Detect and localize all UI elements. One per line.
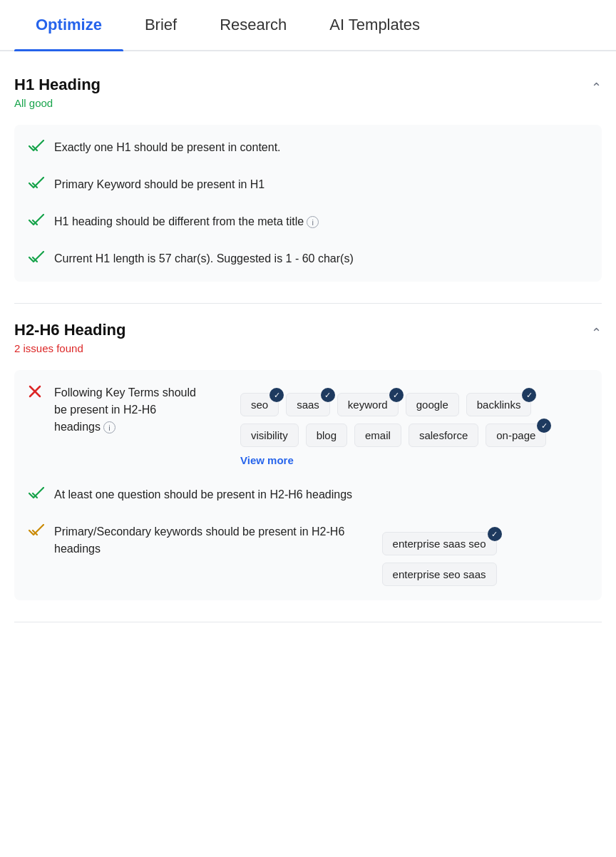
check-item-row-h1-keyword: Primary Keyword should be present in H1: [29, 176, 265, 193]
check-item-h2-key-terms: Following Key Terms should be present in…: [14, 374, 602, 476]
tag-enterprise-saas-seo[interactable]: enterprise saas seo✓: [382, 532, 497, 555]
section-status-h2h6-heading: 2 issues found: [14, 342, 125, 354]
tag-visibility[interactable]: visibility: [240, 424, 299, 447]
check-pass-icon: [29, 487, 44, 503]
tag-keyword[interactable]: keyword✓: [337, 393, 399, 416]
check-item-h1-one: Exactly one H1 should be present in cont…: [14, 129, 602, 166]
chevron-up-icon: ⌃: [591, 80, 602, 96]
tag-blog[interactable]: blog: [306, 424, 347, 447]
section-title-h2h6-heading: H2-H6 Heading: [14, 321, 125, 339]
section-title-block-h2h6-heading: H2-H6 Heading2 issues found: [14, 321, 125, 354]
section-title-block-h1-heading: H1 HeadingAll good: [14, 76, 101, 109]
tag-check-badge: ✓: [270, 388, 284, 402]
section-header-h1-heading[interactable]: H1 HeadingAll good⌃: [14, 73, 602, 112]
check-list-h1-heading: Exactly one H1 should be present in cont…: [14, 125, 602, 282]
check-pass-icon: [29, 251, 44, 267]
section-title-h1-heading: H1 Heading: [14, 76, 101, 94]
tab-research[interactable]: Research: [198, 0, 308, 50]
check-text-h1-meta: H1 heading should be different from the …: [54, 213, 319, 230]
section-header-h2h6-heading[interactable]: H2-H6 Heading2 issues found⌃: [14, 318, 602, 357]
chevron-up-icon: ⌃: [591, 325, 602, 341]
check-text-h1-length: Current H1 length is 57 char(s). Suggest…: [54, 250, 354, 267]
check-item-h2-question: At least one question should be present …: [14, 476, 602, 513]
check-item-row-h2-key-terms: Following Key Terms should be present in…: [29, 384, 205, 436]
check-pass-icon: [29, 177, 44, 193]
check-text-h1-one: Exactly one H1 should be present in cont…: [54, 139, 281, 156]
tag-saas[interactable]: saas✓: [286, 393, 330, 416]
tag-salesforce[interactable]: salesforce: [409, 424, 478, 447]
check-item-row-h2-question: At least one question should be present …: [29, 486, 352, 503]
tags-container-h2-key-terms: seo✓saas✓keyword✓googlebacklinks✓visibil…: [215, 393, 587, 466]
check-item-row-h1-meta: H1 heading should be different from the …: [29, 213, 319, 230]
tab-ai-templates[interactable]: AI Templates: [308, 0, 441, 50]
tag-check-badge: ✓: [522, 388, 536, 402]
tab-optimize[interactable]: Optimize: [14, 0, 123, 50]
check-text-h1-keyword: Primary Keyword should be present in H1: [54, 176, 265, 193]
tag-backlinks[interactable]: backlinks✓: [466, 393, 532, 416]
main-content: H1 HeadingAll good⌃ Exactly one H1 shoul…: [0, 51, 616, 644]
info-icon-h2-key-terms[interactable]: i: [103, 421, 115, 433]
tags-container-h2-primary-secondary: enterprise saas seo✓enterprise seo saas: [356, 532, 587, 586]
tag-check-badge: ✓: [389, 388, 404, 402]
check-item-h1-length: Current H1 length is 57 char(s). Suggest…: [14, 240, 602, 277]
check-item-row-h1-length: Current H1 length is 57 char(s). Suggest…: [29, 250, 354, 267]
view-more-link[interactable]: View more: [240, 454, 294, 466]
check-text-h2-question: At least one question should be present …: [54, 486, 352, 503]
check-text-h2-primary-secondary: Primary/Secondary keywords should be pre…: [54, 523, 346, 558]
check-warn-icon: [29, 524, 44, 540]
check-item-row-h1-one: Exactly one H1 should be present in cont…: [29, 139, 281, 156]
check-fail-icon: [29, 385, 44, 401]
check-pass-icon: [29, 214, 44, 230]
check-item-h1-meta: H1 heading should be different from the …: [14, 203, 602, 240]
tab-brief[interactable]: Brief: [123, 0, 198, 50]
tag-on-page[interactable]: on-page✓: [486, 424, 546, 447]
section-h2h6-heading: H2-H6 Heading2 issues found⌃ Following K…: [14, 304, 602, 622]
tag-check-badge: ✓: [321, 388, 335, 402]
tag-check-badge: ✓: [537, 419, 551, 433]
info-icon-h1-meta[interactable]: i: [307, 216, 319, 228]
check-list-h2h6-heading: Following Key Terms should be present in…: [14, 370, 602, 600]
tab-navigation: OptimizeBriefResearchAI Templates: [0, 0, 616, 51]
section-h1-heading: H1 HeadingAll good⌃ Exactly one H1 shoul…: [14, 58, 602, 304]
check-item-h1-keyword: Primary Keyword should be present in H1: [14, 166, 602, 203]
tag-check-badge: ✓: [488, 527, 502, 541]
tag-enterprise-seo-saas[interactable]: enterprise seo saas: [382, 563, 497, 586]
check-item-row-h2-primary-secondary: Primary/Secondary keywords should be pre…: [29, 523, 346, 558]
check-item-h2-primary-secondary: Primary/Secondary keywords should be pre…: [14, 513, 602, 596]
check-text-h2-key-terms: Following Key Terms should be present in…: [54, 384, 205, 436]
tag-google[interactable]: google: [406, 393, 459, 416]
section-status-h1-heading: All good: [14, 97, 101, 109]
tag-email[interactable]: email: [354, 424, 401, 447]
tag-seo[interactable]: seo✓: [240, 393, 279, 416]
check-pass-icon: [29, 140, 44, 156]
